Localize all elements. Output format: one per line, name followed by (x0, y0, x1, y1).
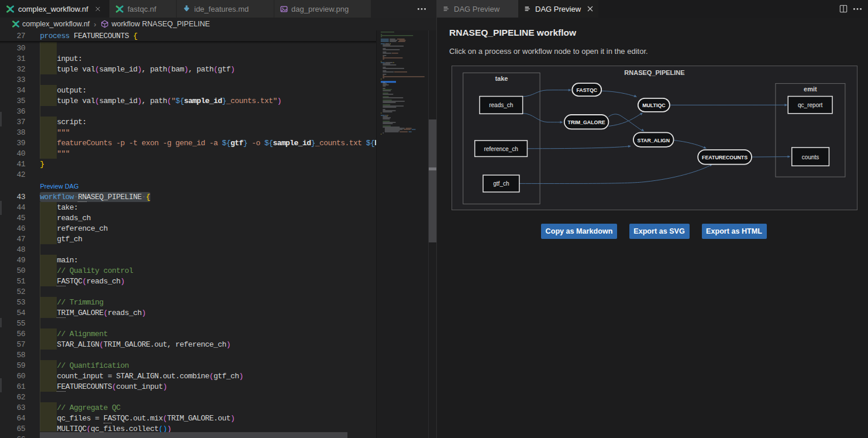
svg-text:FASTQC: FASTQC (576, 87, 597, 93)
svg-text:RNASEQ_PIPELINE: RNASEQ_PIPELINE (624, 69, 684, 76)
svg-text:gtf_ch: gtf_ch (493, 180, 509, 187)
svg-text:FEATURECOUNTS: FEATURECOUNTS (702, 155, 748, 160)
svg-text:qc_report: qc_report (798, 102, 822, 108)
svg-text:emit: emit (804, 85, 817, 93)
svg-text:STAR_ALIGN: STAR_ALIGN (638, 138, 670, 143)
svg-text:MULTIQC: MULTIQC (642, 102, 666, 108)
svg-text:counts: counts (802, 154, 819, 160)
svg-text:reference_ch: reference_ch (484, 146, 518, 152)
svg-text:TRIM_GALORE: TRIM_GALORE (568, 119, 605, 125)
svg-text:take: take (495, 75, 508, 82)
svg-text:reads_ch: reads_ch (489, 102, 513, 108)
